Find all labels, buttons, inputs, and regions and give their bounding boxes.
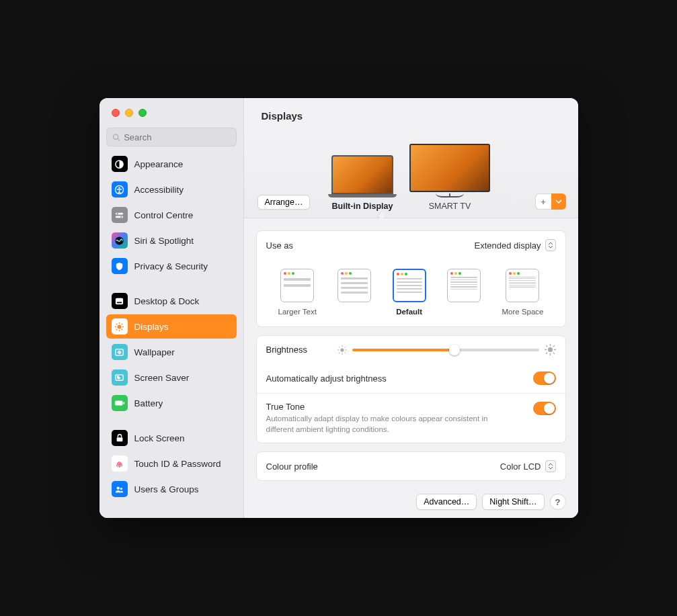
svg-point-29 [340,348,344,351]
svg-line-19 [122,323,122,324]
fullscreen-window-button[interactable] [138,109,147,117]
resolution-thumb [447,269,481,302]
sidebar-item-wallpaper[interactable]: Wallpaper [106,340,237,364]
colour-profile-card: Colour profile Color LCD [256,451,566,481]
resolution-option-3[interactable] [447,269,481,308]
resolution-option-2[interactable]: Default [393,269,426,316]
use-as-label: Use as [266,240,293,251]
display-tile-builtin[interactable]: Built-in Display [331,155,393,211]
colour-profile-row[interactable]: Colour profile Color LCD [257,452,565,480]
close-window-button[interactable] [112,109,120,117]
night-shift-button[interactable]: Night Shift… [482,494,544,510]
dock-icon [112,293,128,309]
svg-line-17 [116,323,117,324]
plus-icon[interactable]: + [535,193,551,210]
sidebar-item-label: Lock Screen [134,433,185,443]
touchid-icon [112,455,128,472]
use-as-row[interactable]: Use as Extended display [257,231,565,259]
sidebar: AppearanceAccessibilityControl CentreSir… [99,98,244,518]
laptop-icon [331,155,393,197]
brightness-label: Brightness [266,345,331,355]
sun-large-icon [545,344,556,355]
system-settings-window: AppearanceAccessibilityControl CentreSir… [99,98,578,518]
appearance-icon [112,156,128,172]
sidebar-item-appearance[interactable]: Appearance [106,152,237,176]
chevron-down-icon[interactable] [551,193,566,210]
sidebar-item-accessibility[interactable]: Accessibility [106,177,237,202]
sidebar-item-label: Accessibility [134,185,184,195]
minimize-window-button[interactable] [125,109,133,117]
arrange-button[interactable]: Arrange… [257,195,311,210]
svg-line-45 [553,345,554,347]
updown-icon [545,460,556,472]
true-tone-label: True Tone [266,402,508,412]
svg-rect-26 [116,437,122,441]
sidebar-item-battery[interactable]: Battery [106,391,237,415]
svg-point-28 [120,487,122,489]
wallpaper-icon [112,344,128,360]
settings-content[interactable]: Use as Extended display Larger TextDefau… [244,218,578,491]
display-tile-smarttv[interactable]: SMART TV [409,144,490,211]
svg-rect-11 [117,302,122,303]
updown-icon [545,239,556,251]
brightness-knob[interactable] [449,345,460,355]
footer-actions: Advanced… Night Shift… ? [244,491,578,518]
svg-point-12 [118,324,122,328]
sidebar-item-siri-spotlight[interactable]: Siri & Spotlight [106,228,237,253]
sidebar-item-label: Appearance [134,159,184,169]
resolution-picker: Larger TextDefaultMore Space [257,259,565,326]
true-tone-toggle[interactable] [533,402,556,415]
sidebar-item-label: Desktop & Dock [134,296,200,306]
true-tone-desc: Automatically adapt display to make colo… [266,414,508,435]
auto-brightness-label: Automatically adjust brightness [266,373,387,384]
main-panel: Displays Arrange… Built-in Display SMART… [244,98,578,518]
sidebar-list[interactable]: AppearanceAccessibilityControl CentreSir… [99,152,243,518]
svg-point-38 [547,347,552,352]
auto-brightness-row: Automatically adjust brightness [257,363,565,393]
advanced-button[interactable]: Advanced… [416,494,477,510]
svg-line-36 [344,346,346,347]
colour-profile-label: Colour profile [266,461,318,472]
sidebar-item-control-centre[interactable]: Control Centre [106,203,237,227]
siri-icon [112,232,128,249]
add-display-control[interactable]: + [535,193,566,210]
search-input[interactable] [124,132,230,142]
svg-line-37 [338,352,340,353]
brightness-slider[interactable] [337,344,556,355]
resolution-option-4[interactable]: More Space [502,269,543,316]
use-as-card: Use as Extended display Larger TextDefau… [256,230,566,327]
sidebar-item-screen-saver[interactable]: Screen Saver [106,365,237,390]
brightness-track[interactable] [352,349,539,351]
sidebar-item-label: Touch ID & Password [134,459,221,469]
resolution-option-0[interactable]: Larger Text [278,269,317,316]
colour-profile-value: Color LCD [500,461,541,472]
svg-line-20 [116,328,117,329]
svg-point-8 [120,216,122,217]
resolution-label: More Space [502,308,543,316]
sidebar-item-privacy-security[interactable]: Privacy & Security [106,254,237,278]
sidebar-item-label: Siri & Spotlight [134,236,194,246]
displays-strip: Arrange… Built-in Display SMART TV + [244,133,578,218]
control-centre-icon [112,207,128,223]
search-field[interactable] [106,128,237,146]
screensaver-icon [112,369,128,386]
sidebar-item-label: Wallpaper [134,347,175,357]
colour-profile-select[interactable]: Color LCD [500,460,556,472]
sidebar-item-desktop-dock[interactable]: Desktop & Dock [106,289,237,313]
auto-brightness-toggle[interactable] [533,371,556,385]
sidebar-item-displays[interactable]: Displays [106,314,237,339]
svg-line-34 [338,346,340,347]
help-button[interactable]: ? [550,494,566,510]
svg-line-18 [122,328,122,329]
users-icon [112,481,128,497]
use-as-select[interactable]: Extended display [474,239,555,251]
sidebar-item-label: Control Centre [134,210,194,220]
resolution-option-1[interactable] [337,269,371,308]
svg-line-44 [553,353,554,354]
sidebar-item-touch-id-password[interactable]: Touch ID & Password [106,451,237,476]
active-display-caret [373,212,384,218]
sidebar-item-users-groups[interactable]: Users & Groups [106,477,237,501]
page-title: Displays [244,98,578,133]
sidebar-item-lock-screen[interactable]: Lock Screen [106,426,237,450]
display-label: Built-in Display [332,202,393,211]
